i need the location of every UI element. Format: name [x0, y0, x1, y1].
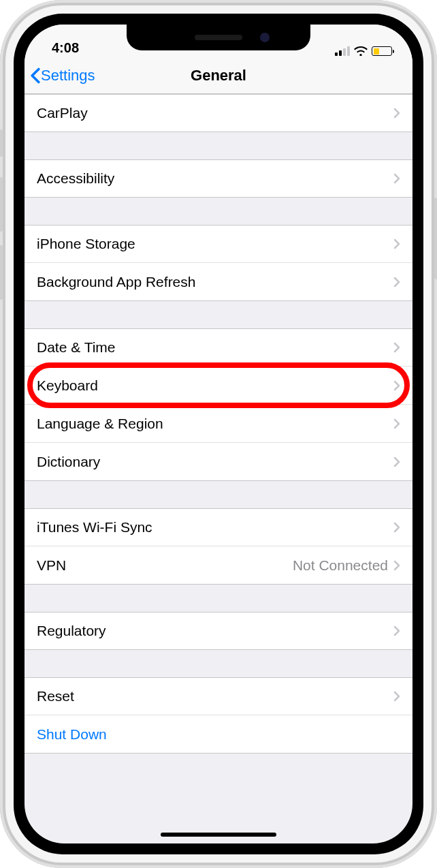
cell-vpn[interactable]: VPNNot Connected [25, 546, 412, 585]
chevron-right-icon [393, 418, 400, 429]
chevron-right-icon [393, 238, 400, 249]
cell-label: Background App Refresh [37, 274, 195, 290]
chevron-right-icon [393, 380, 400, 391]
cell-regulatory[interactable]: Regulatory [25, 612, 412, 650]
device-bezel: 4:08 [14, 14, 423, 854]
cell-keyboard[interactable]: Keyboard [25, 367, 412, 405]
chevron-right-icon [393, 560, 400, 571]
chevron-right-icon [393, 456, 400, 467]
navigation-bar: Settings General [25, 57, 412, 94]
cell-itunes-wifi-sync[interactable]: iTunes Wi-Fi Sync [25, 508, 412, 546]
cell-label: Shut Down [37, 726, 107, 743]
back-button[interactable]: Settings [30, 67, 95, 84]
settings-group: ResetShut Down [25, 677, 412, 754]
chevron-right-icon [393, 522, 400, 533]
cell-label: Language & Region [37, 416, 163, 432]
group-gap [25, 132, 412, 159]
side-button [434, 198, 437, 279]
settings-table: CarPlayAccessibilityiPhone StorageBackgr… [25, 94, 412, 754]
settings-group: iPhone StorageBackground App Refresh [25, 225, 412, 301]
status-time: 4:08 [52, 40, 79, 56]
group-gap [25, 585, 412, 612]
volume-up-button [0, 177, 3, 232]
settings-group: Date & TimeKeyboardLanguage & RegionDict… [25, 328, 412, 481]
cell-label: CarPlay [37, 105, 88, 121]
settings-group: Accessibility [25, 159, 412, 198]
chevron-right-icon [393, 691, 400, 702]
chevron-right-icon [393, 625, 400, 636]
cell-label: Keyboard [37, 377, 98, 394]
cell-label: Date & Time [37, 339, 116, 356]
speaker-grille [195, 35, 242, 40]
notch [127, 25, 310, 50]
cell-label: Dictionary [37, 454, 100, 470]
settings-group: CarPlay [25, 94, 412, 132]
cell-label: VPN [37, 557, 66, 574]
cell-background-app-refresh[interactable]: Background App Refresh [25, 263, 412, 301]
device-frame: 4:08 [0, 0, 437, 868]
settings-group: iTunes Wi-Fi SyncVPNNot Connected [25, 508, 412, 585]
screen: 4:08 [25, 25, 412, 843]
cell-reset[interactable]: Reset [25, 677, 412, 715]
cell-dictionary[interactable]: Dictionary [25, 443, 412, 481]
battery-icon [372, 46, 392, 56]
cell-label: Regulatory [37, 623, 106, 639]
cell-carplay[interactable]: CarPlay [25, 94, 412, 132]
cell-date-time[interactable]: Date & Time [25, 328, 412, 367]
chevron-right-icon [393, 173, 400, 184]
chevron-right-icon [393, 108, 400, 119]
front-camera [260, 33, 270, 42]
cell-label: iPhone Storage [37, 236, 135, 252]
cell-language-region[interactable]: Language & Region [25, 405, 412, 443]
group-gap [25, 301, 412, 328]
cellular-signal-icon [335, 46, 350, 56]
cell-detail: Not Connected [293, 557, 388, 574]
group-gap [25, 650, 412, 677]
group-gap [25, 198, 412, 225]
cell-label: Accessibility [37, 170, 114, 187]
home-indicator[interactable] [161, 833, 276, 837]
status-icons [335, 46, 392, 56]
back-label: Settings [41, 67, 95, 84]
group-gap [25, 481, 412, 508]
chevron-right-icon [393, 342, 400, 353]
cell-iphone-storage[interactable]: iPhone Storage [25, 225, 412, 263]
chevron-left-icon [30, 67, 41, 84]
chevron-right-icon [393, 277, 400, 288]
cell-label: Reset [37, 688, 74, 704]
volume-down-button [0, 245, 3, 300]
settings-group: Regulatory [25, 612, 412, 650]
battery-fill [374, 48, 380, 55]
cell-accessibility[interactable]: Accessibility [25, 159, 412, 198]
cell-shut-down[interactable]: Shut Down [25, 715, 412, 754]
cell-label: iTunes Wi-Fi Sync [37, 519, 152, 536]
wifi-icon [354, 46, 368, 56]
mute-switch [0, 129, 3, 157]
